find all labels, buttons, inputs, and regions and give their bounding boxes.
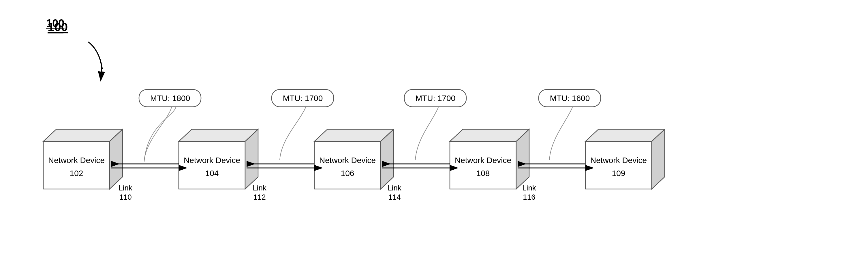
svg-text:Network Device: Network Device [184, 156, 240, 165]
svg-text:104: 104 [205, 169, 219, 178]
svg-text:114: 114 [388, 193, 401, 202]
svg-text:109: 109 [612, 169, 625, 178]
main-diagram-svg: Network Device 102 Network Device 104 Ne… [0, 0, 868, 275]
svg-text:Network Device: Network Device [319, 156, 376, 165]
svg-marker-20 [450, 129, 529, 142]
svg-marker-5 [43, 129, 123, 142]
svg-text:Network Device: Network Device [48, 156, 105, 165]
svg-text:Link: Link [388, 184, 402, 192]
svg-text:112: 112 [253, 193, 266, 202]
svg-text:106: 106 [341, 169, 354, 178]
svg-text:Network Device: Network Device [455, 156, 511, 165]
svg-marker-3 [100, 71, 104, 77]
svg-text:Link: Link [253, 184, 267, 192]
svg-text:MTU: 1700: MTU: 1700 [415, 94, 456, 103]
svg-text:110: 110 [119, 193, 131, 202]
svg-text:102: 102 [70, 169, 83, 178]
diagram-container: 100 Network Device 102 [0, 0, 868, 275]
svg-text:Link: Link [522, 184, 536, 192]
svg-rect-4 [43, 142, 110, 189]
svg-marker-15 [314, 129, 394, 142]
svg-text:MTU: 1600: MTU: 1600 [550, 94, 590, 103]
svg-text:MTU: 1700: MTU: 1700 [283, 94, 323, 103]
svg-marker-25 [585, 129, 665, 142]
svg-rect-14 [314, 142, 381, 189]
svg-text:MTU: 1800: MTU: 1800 [150, 94, 190, 103]
svg-rect-24 [585, 142, 652, 189]
svg-text:108: 108 [476, 169, 490, 178]
svg-marker-10 [179, 129, 258, 142]
svg-text:100: 100 [48, 20, 68, 34]
svg-rect-19 [450, 142, 516, 189]
svg-text:Link: Link [119, 184, 133, 192]
svg-text:116: 116 [523, 193, 535, 202]
svg-text:Network Device: Network Device [590, 156, 647, 165]
svg-rect-9 [179, 142, 245, 189]
